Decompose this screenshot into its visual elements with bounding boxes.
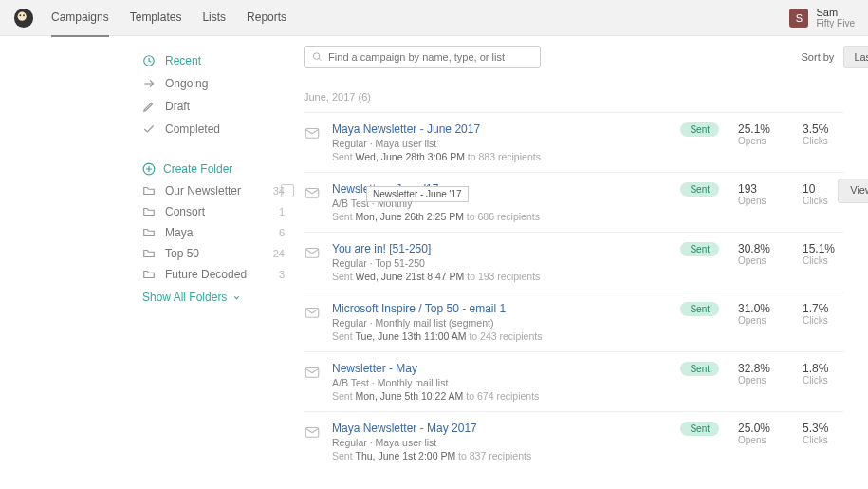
main: RecentOngoingDraftCompleted Create Folde…: [0, 36, 868, 489]
show-all-label: Show All Folders: [142, 291, 227, 304]
status-badge: Sent: [680, 422, 719, 436]
folder-item[interactable]: Maya6: [142, 222, 285, 243]
sidebar-item-ongoing[interactable]: Ongoing: [142, 72, 285, 95]
folder-label: Future Decoded: [165, 268, 247, 281]
nav-tab-reports[interactable]: Reports: [247, 0, 286, 37]
campaign-sent: Sent Wed, June 28th 3:06 PM to 883 recip…: [332, 151, 673, 162]
envelope-icon: [304, 184, 323, 204]
top-bar-left: CampaignsTemplatesListsReports: [13, 0, 286, 37]
nav-tab-campaigns[interactable]: Campaigns: [51, 0, 109, 37]
top-bar: CampaignsTemplatesListsReports S Sam Fif…: [0, 0, 868, 36]
create-folder-button[interactable]: Create Folder: [142, 158, 285, 180]
status-badge: Sent: [680, 182, 719, 197]
campaign-meta: A/B Test · Monthly mail list: [332, 377, 673, 388]
user-name: Sam: [816, 7, 855, 18]
campaign-sent: Sent Wed, June 21st 8:47 PM to 193 recip…: [332, 271, 673, 282]
campaign-row: Newsletter - MayA/B Test · Monthly mail …: [304, 351, 844, 411]
show-all-folders-button[interactable]: Show All Folders: [142, 285, 285, 310]
create-folder-label: Create Folder: [163, 162, 232, 176]
tooltip: Newsletter - June '17: [366, 186, 469, 202]
campaign-row: Newsletter - June '17A/B Test · MonthlyS…: [304, 172, 844, 232]
campaign-row: Microsoft Inspire / Top 50 - email 1Regu…: [304, 292, 844, 351]
stat-clicks: 1.7%Clicks: [803, 302, 844, 326]
clock-icon: [142, 54, 156, 67]
svg-point-1: [18, 11, 27, 20]
svg-point-3: [23, 14, 25, 16]
status-badge: Sent: [680, 302, 719, 316]
svg-point-9: [313, 53, 319, 59]
user-block[interactable]: Sam Fifty Five: [816, 7, 855, 28]
stats: 30.8%Opens15.1%Clicks: [738, 242, 844, 266]
stat-clicks: 15.1%Clicks: [803, 242, 844, 266]
sidebar-item-label: Completed: [165, 122, 220, 136]
campaign-meta: Regular · Monthly mail list (segment): [332, 317, 673, 329]
folder-label: Our Newsletter: [165, 184, 241, 197]
folder-item[interactable]: Future Decoded3: [142, 264, 285, 285]
folder-item[interactable]: Top 5024: [142, 243, 285, 264]
campaign-info: Maya Newsletter - May 2017Regular · Maya…: [332, 422, 673, 461]
search-input-wrap[interactable]: [304, 46, 541, 68]
stat-opens: 30.8%Opens: [738, 242, 780, 266]
campaign-title[interactable]: Newsletter - May: [332, 362, 673, 375]
campaign-title[interactable]: Maya Newsletter - May 2017: [332, 422, 673, 435]
folder-label: Top 50: [165, 247, 199, 260]
campaign-sent: Sent Thu, June 1st 2:00 PM to 837 recipi…: [332, 450, 673, 461]
arrow-icon: [142, 77, 156, 90]
campaign-info: Newsletter - June '17A/B Test · MonthlyS…: [332, 182, 673, 222]
top-bar-right: S Sam Fifty Five: [789, 7, 855, 28]
campaign-info: Maya Newsletter - June 2017Regular · May…: [332, 122, 673, 162]
stat-opens: 25.0%Opens: [738, 422, 780, 445]
chevron-down-icon: [232, 293, 241, 302]
campaign-title[interactable]: Maya Newsletter - June 2017: [332, 122, 673, 136]
envelope-icon: [304, 124, 323, 144]
nav-tab-templates[interactable]: Templates: [130, 0, 182, 37]
sidebar: RecentOngoingDraftCompleted Create Folde…: [142, 46, 285, 489]
svg-point-2: [19, 14, 21, 16]
search-input[interactable]: [328, 51, 532, 63]
folder-item[interactable]: Consort1: [142, 201, 285, 222]
stat-opens: 25.1%Opens: [738, 122, 780, 146]
sidebar-item-completed[interactable]: Completed: [142, 118, 285, 141]
sort-dropdown[interactable]: Last updated: [843, 46, 868, 68]
pencil-icon: [142, 100, 156, 113]
sidebar-item-label: Draft: [165, 100, 190, 113]
stat-clicks: 3.5%Clicks: [803, 122, 844, 146]
svg-line-10: [319, 58, 321, 60]
avatar[interactable]: S: [789, 9, 808, 28]
nav-tab-lists[interactable]: Lists: [202, 0, 226, 37]
plus-circle-icon: [142, 162, 156, 176]
folder-count: 1: [279, 206, 285, 217]
campaign-title[interactable]: Microsoft Inspire / Top 50 - email 1: [332, 302, 673, 315]
row-checkbox[interactable]: [281, 184, 294, 197]
stats: 32.8%Opens1.8%Clicks: [738, 362, 844, 386]
sort-value: Last updated: [854, 51, 868, 63]
stat-opens: 31.0%Opens: [738, 302, 780, 326]
campaign-title[interactable]: You are in! [51-250]: [332, 242, 673, 255]
campaign-sent: Sent Tue, June 13th 11:00 AM to 243 reci…: [332, 330, 673, 342]
envelope-icon: [304, 304, 323, 324]
row-actions: View Report: [838, 179, 868, 203]
folder-item[interactable]: Our Newsletter34: [142, 180, 285, 201]
view-report-button[interactable]: View Report: [838, 179, 868, 203]
sidebar-item-label: Recent: [165, 54, 201, 67]
folder-icon: [142, 247, 156, 260]
folder-icon: [142, 268, 156, 281]
campaign-meta: Regular · Top 51-250: [332, 257, 673, 269]
sort-wrap: Sort by Last updated: [802, 46, 868, 68]
campaign-row: Maya Newsletter - June 2017Regular · May…: [304, 112, 844, 172]
stats: 31.0%Opens1.7%Clicks: [738, 302, 844, 326]
stat-clicks: 1.8%Clicks: [803, 362, 844, 386]
mailchimp-logo-icon: [13, 8, 34, 28]
status-badge: Sent: [680, 242, 719, 256]
stat-opens: 193Opens: [738, 182, 780, 206]
search-icon: [312, 51, 323, 63]
folder-label: Maya: [165, 226, 193, 239]
campaign-row: You are in! [51-250]Regular · Top 51-250…: [304, 232, 844, 292]
campaign-sent: Sent Mon, June 26th 2:25 PM to 686 recip…: [332, 211, 673, 222]
status-badge: Sent: [680, 362, 719, 376]
campaign-meta: Regular · Maya user list: [332, 138, 673, 149]
campaign-info: Microsoft Inspire / Top 50 - email 1Regu…: [332, 302, 673, 342]
stats: 193Opens10Clicks: [738, 182, 844, 206]
sidebar-item-draft[interactable]: Draft: [142, 95, 285, 118]
sidebar-item-recent[interactable]: Recent: [142, 49, 285, 72]
